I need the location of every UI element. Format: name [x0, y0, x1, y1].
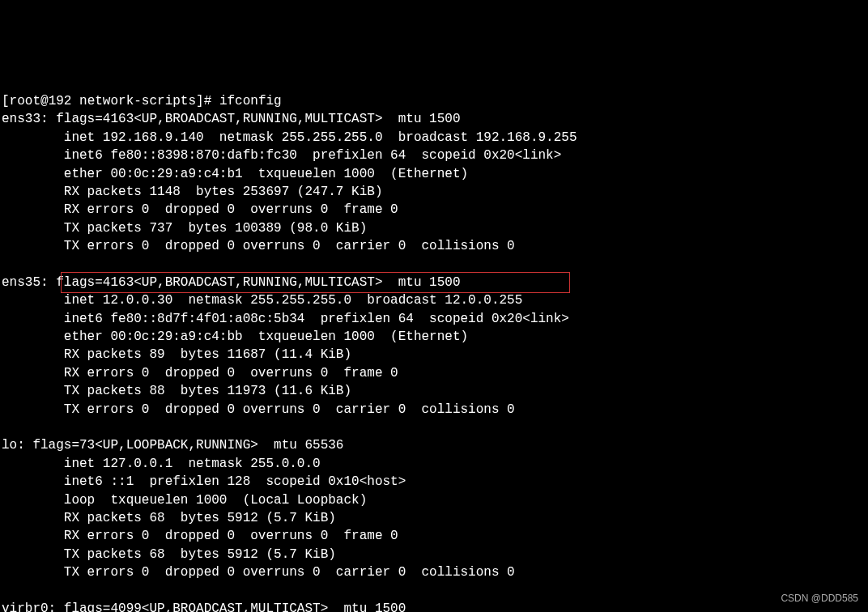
- lo-rx-packets: RX packets 68 bytes 5912 (5.7 KiB): [2, 511, 336, 525]
- ens33-tx-packets: TX packets 737 bytes 100389 (98.0 KiB): [2, 221, 367, 236]
- watermark-text: CSDN @DDD585: [781, 592, 858, 606]
- lo-tx-packets: TX packets 68 bytes 5912 (5.7 KiB): [2, 547, 336, 562]
- ens35-tx-packets: TX packets 88 bytes 11973 (11.6 KiB): [2, 384, 351, 398]
- ens33-rx-packets: RX packets 1148 bytes 253697 (247.7 KiB): [2, 185, 382, 199]
- lo-tx-errors: TX errors 0 dropped 0 overruns 0 carrier…: [2, 565, 515, 580]
- lo-loop: loop txqueuelen 1000 (Local Loopback): [2, 493, 367, 508]
- ens33-tx-errors: TX errors 0 dropped 0 overruns 0 carrier…: [2, 239, 515, 253]
- virbr0-header: virbr0: flags=4099<UP,BROADCAST,MULTICAS…: [2, 601, 406, 612]
- ens33-inet: inet 192.168.9.140 netmask 255.255.255.0…: [2, 130, 577, 145]
- lo-inet6: inet6 ::1 prefixlen 128 scopeid 0x10<hos…: [2, 474, 406, 489]
- ens35-tx-errors: TX errors 0 dropped 0 overruns 0 carrier…: [2, 402, 515, 417]
- lo-rx-errors: RX errors 0 dropped 0 overruns 0 frame 0: [2, 529, 398, 543]
- ens35-ether: ether 00:0c:29:a9:c4:bb txqueuelen 1000 …: [2, 329, 468, 344]
- ens33-header: ens33: flags=4163<UP,BROADCAST,RUNNING,M…: [2, 112, 461, 126]
- ens33-rx-errors: RX errors 0 dropped 0 overruns 0 frame 0: [2, 202, 398, 217]
- ens35-rx-errors: RX errors 0 dropped 0 overruns 0 frame 0: [2, 366, 398, 380]
- prompt-line: [root@192 network-scripts]# ifconfig: [2, 94, 282, 108]
- ens35-header: ens35: flags=4163<UP,BROADCAST,RUNNING,M…: [2, 275, 461, 290]
- ens35-inet: inet 12.0.0.30 netmask 255.255.255.0 bro…: [2, 293, 522, 308]
- ens33-ether: ether 00:0c:29:a9:c4:b1 txqueuelen 1000 …: [2, 167, 468, 181]
- ens35-inet6: inet6 fe80::8d7f:4f01:a08c:5b34 prefixle…: [2, 312, 569, 326]
- lo-inet: inet 127.0.0.1 netmask 255.0.0.0: [2, 457, 321, 471]
- terminal-output[interactable]: [root@192 network-scripts]# ifconfig ens…: [2, 74, 866, 612]
- ens35-rx-packets: RX packets 89 bytes 11687 (11.4 KiB): [2, 347, 351, 362]
- lo-header: lo: flags=73<UP,LOOPBACK,RUNNING> mtu 65…: [2, 438, 343, 453]
- ens33-inet6: inet6 fe80::8398:870:dafb:fc30 prefixlen…: [2, 148, 561, 163]
